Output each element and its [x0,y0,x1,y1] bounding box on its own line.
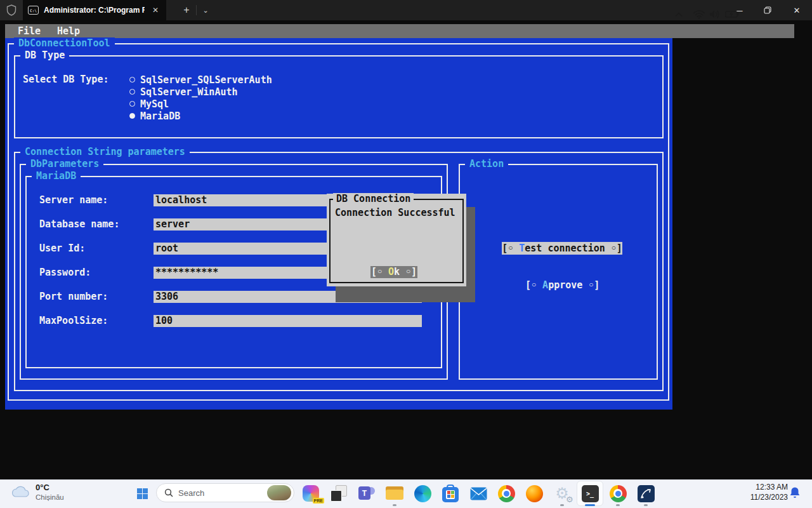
dialog-title: DB Connection [333,193,414,205]
weather-widget[interactable]: 0°C Chișinău [10,483,64,502]
approve-button[interactable]: [◦ Approve ◦] [525,279,599,291]
file-explorer-icon [386,486,403,500]
copilot-icon: PRE [303,485,319,502]
maxpoolsize-field[interactable]: 100 [154,315,422,327]
search-box[interactable]: Search [156,483,294,502]
gears-icon: ⚙⚙ [555,486,569,501]
frame-title-action: Action [465,158,508,170]
frame-action: Action [459,164,658,380]
tray-overflow-button[interactable] [671,0,686,29]
port-number-label: Port number: [39,291,108,303]
firefox-icon [526,485,543,502]
mail-icon [470,487,487,500]
terminal-client-area: File Help DbConnectionTool DB Type Selec… [0,20,812,479]
terminal-tab[interactable]: C:\ Administrator: C:\Program Fil ✕ [23,0,166,20]
button-bracket: ◦] [582,279,599,291]
radio-label: SqlServer_WinAuth [140,86,238,98]
radio-label: MariaDB [140,110,180,122]
button-bracket: ◦] [605,243,622,254]
notifications-button[interactable] [789,486,801,502]
bell-icon [789,486,801,499]
store-button[interactable] [439,482,462,505]
frame-title-mariadb: MariaDB [32,170,81,182]
frame-title-dbconnectiontool: DbConnectionTool [14,37,115,50]
terminal-icon: >_ [582,485,599,502]
gear-app-button[interactable]: ⚙⚙ [551,482,573,505]
close-button[interactable]: ✕ [782,0,811,20]
button-bracket: [◦ [371,266,388,277]
edge-button[interactable] [411,482,434,505]
chrome-button[interactable] [495,482,518,505]
restore-button[interactable] [753,0,782,20]
select-db-type-label: Select DB Type: [23,74,108,86]
volume-status[interactable] [707,0,723,29]
teams-icon: T [358,485,375,502]
task-view-icon [331,485,347,502]
firefox-button[interactable] [523,482,546,505]
radio-label: SqlServer_SQLServerAuth [140,74,272,86]
button-bracket: ◦] [400,266,417,277]
weather-city: Chișinău [36,493,64,502]
copilot-button[interactable]: PRE [299,482,322,505]
teams-button[interactable]: T [355,482,378,505]
clock-date: 11/23/2023 [736,492,788,502]
speaker-icon [709,10,721,19]
tab-divider [196,5,197,15]
chrome-icon [610,485,627,502]
user-id-label: User Id: [39,243,85,255]
taskbar: 0°C Chișinău [0,479,812,508]
db-connection-dialog: DB Connection Connection Successful [◦ O… [327,194,466,286]
battery-charging-icon [725,10,739,18]
menu-help[interactable]: Help [57,24,80,38]
frame-db-type: DB Type [14,55,664,138]
frame-title-db-type: DB Type [20,50,69,62]
admin-shield-icon [0,0,23,20]
maxpoolsize-label: MaxPoolSize: [39,315,108,327]
terminal-button[interactable]: >_ [579,482,601,505]
bing-daily-image-thumb[interactable] [267,485,291,500]
menu-file[interactable]: File [18,24,41,38]
file-explorer-button[interactable] [383,482,406,505]
copilot-pre-badge: PRE [313,498,324,504]
test-connection-button[interactable]: [◦ Test connection ◦] [502,242,622,255]
radio-mysql[interactable]: MySql [129,98,169,110]
server-name-label: Server name: [39,194,108,206]
task-view-button[interactable] [327,482,350,505]
chrome-2-button[interactable] [606,482,629,505]
button-hotkey: A [542,279,548,291]
wifi-status[interactable] [691,0,707,29]
radio-sqlserver-winauth[interactable]: SqlServer_WinAuth [129,86,238,98]
start-button[interactable] [132,483,152,504]
button-label: est connection [525,243,605,254]
tab-dropdown-button[interactable]: ⌄ [198,0,213,20]
db-connection-tool-window: DbConnectionTool DB Type Select DB Type:… [5,38,672,410]
radio-mariadb[interactable]: MariaDB [129,110,180,122]
mysql-workbench-button[interactable] [634,482,657,505]
new-tab-button[interactable]: + [178,0,195,20]
button-bracket: [◦ [502,243,519,254]
weather-temp: 0°C [36,483,64,493]
button-hotkey: T [519,243,525,254]
wifi-icon [693,10,705,19]
frame-title-connection-string-parameters: Connection String parameters [20,146,190,158]
password-label: Password: [39,267,91,279]
chrome-icon [498,485,515,502]
chevron-up-icon [675,12,683,17]
radio-circle-icon [129,77,135,83]
radio-sqlserver-sqlserverauth[interactable]: SqlServer_SQLServerAuth [129,74,272,86]
taskbar-clock[interactable]: 12:33 AM 11/23/2023 [736,482,788,502]
frame-title-dbparameters: DbParameters [26,158,103,170]
running-indicator-explorer [393,504,396,506]
search-placeholder: Search [178,488,262,498]
dialog-message: Connection Successful [335,207,455,219]
mail-button[interactable] [467,482,490,505]
battery-status[interactable] [723,0,741,29]
running-indicator-gear-app [560,504,564,506]
button-label: k [394,266,400,277]
button-hotkey: O [388,266,394,277]
running-indicator-terminal-active [585,504,595,506]
close-tab-icon[interactable]: ✕ [150,4,161,16]
ok-button[interactable]: [◦ Ok ◦] [370,266,417,278]
search-icon [164,488,173,497]
database-name-label: Database name: [39,218,119,231]
